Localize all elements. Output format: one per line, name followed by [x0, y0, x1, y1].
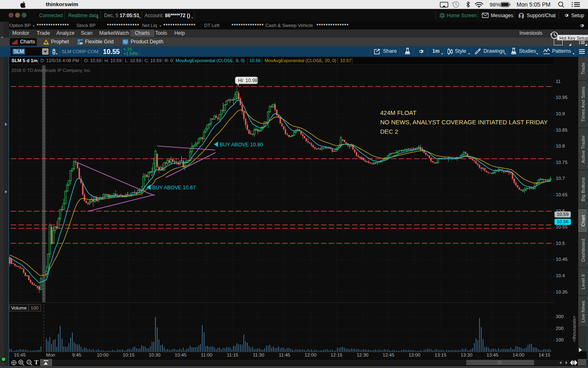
svg-text:10:00: 10:00: [97, 352, 109, 357]
svg-text:10:15: 10:15: [123, 352, 135, 357]
svg-text:BUY ABOVE 10.80: BUY ABOVE 10.80: [220, 142, 263, 148]
svg-text:Mon: Mon: [46, 352, 55, 357]
svg-text:Mon 5:05 PM: Mon 5:05 PM: [517, 1, 550, 8]
svg-text:10:45: 10:45: [175, 352, 187, 357]
svg-text:98%: 98%: [490, 2, 501, 8]
svg-text:13:30: 13:30: [461, 352, 472, 357]
svg-text:DEC 2: DEC 2: [380, 128, 398, 135]
svg-text:Hi: 10.98: Hi: 10.98: [238, 78, 258, 83]
svg-text:11:15: 11:15: [227, 352, 238, 357]
svg-text:2016 © TD Ameritrade IP Compan: 2016 © TD Ameritrade IP Company, Inc.: [11, 68, 91, 73]
svg-text:13:00: 13:00: [409, 352, 421, 357]
svg-text:13:15: 13:15: [434, 352, 446, 357]
svg-text:13:45: 13:45: [487, 352, 499, 357]
svg-text:12:30: 12:30: [356, 352, 368, 357]
svg-text:12:15: 12:15: [331, 352, 343, 357]
svg-text:12:45: 12:45: [383, 352, 394, 357]
svg-text:BUY ABOVE 10.67: BUY ABOVE 10.67: [152, 185, 196, 191]
svg-text:424M FLOAT: 424M FLOAT: [380, 109, 416, 116]
svg-text:11:30: 11:30: [253, 352, 264, 357]
svg-text:Volume: Volume: [11, 305, 27, 310]
svg-text:10:30: 10:30: [149, 352, 160, 357]
svg-text:11:00: 11:00: [201, 352, 212, 357]
svg-text:100: 100: [31, 305, 38, 310]
svg-text:14:15: 14:15: [539, 352, 550, 357]
svg-text:11:45: 11:45: [279, 352, 290, 357]
svg-text:12:00: 12:00: [305, 352, 316, 357]
svg-text:14:00: 14:00: [512, 352, 524, 357]
svg-text:15:45: 15:45: [14, 352, 26, 357]
svg-text:NO NEWS, ANALYST COVERAGE INIT: NO NEWS, ANALYST COVERAGE INITIATED LAST…: [380, 119, 548, 126]
svg-text:9:45: 9:45: [72, 352, 81, 357]
